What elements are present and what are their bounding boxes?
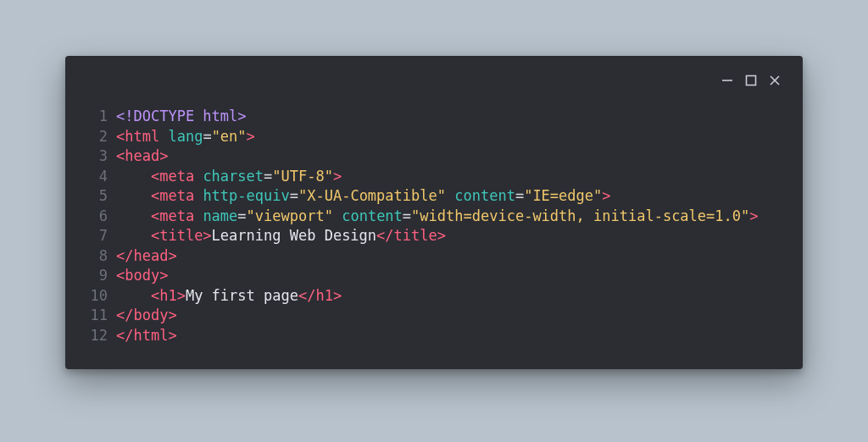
token-tag: <meta	[151, 187, 203, 204]
token-attr: lang	[168, 128, 203, 145]
token-attr: name	[203, 207, 237, 224]
token-tag	[333, 207, 342, 224]
token-attr: charset	[203, 168, 264, 185]
code-line[interactable]: 3<head>	[87, 146, 781, 167]
token-txt	[116, 207, 151, 224]
code-line-content[interactable]: </body>	[116, 306, 781, 326]
line-number: 4	[87, 167, 116, 187]
token-str: "UTF-8"	[272, 168, 333, 185]
code-line-content[interactable]: <!DOCTYPE html>	[116, 107, 781, 127]
line-number: 2	[87, 127, 116, 147]
token-txt	[116, 187, 151, 204]
token-tag: >	[247, 128, 255, 145]
token-eq: =	[264, 168, 272, 185]
line-number: 12	[87, 326, 116, 346]
code-line-content[interactable]: <head>	[116, 146, 781, 167]
token-attr: content	[342, 207, 403, 224]
token-eq: =	[237, 207, 246, 224]
token-tag: <meta	[151, 168, 203, 185]
code-line-content[interactable]: <html lang="en">	[116, 127, 781, 147]
token-tag: </h1>	[298, 287, 342, 304]
line-number: 7	[87, 226, 116, 246]
maximize-icon[interactable]	[745, 75, 757, 86]
close-icon[interactable]	[769, 75, 781, 86]
line-number: 1	[87, 107, 116, 127]
token-eq: =	[290, 187, 298, 204]
token-eq: =	[515, 187, 524, 204]
token-tag: <h1>	[151, 287, 186, 304]
line-number: 3	[87, 146, 116, 167]
token-txt	[116, 227, 151, 244]
code-line[interactable]: 1<!DOCTYPE html>	[87, 107, 781, 127]
code-line[interactable]: 7 <title>Learning Web Design</title>	[87, 226, 781, 246]
token-str: "en"	[212, 128, 247, 145]
code-line[interactable]: 2<html lang="en">	[87, 127, 781, 147]
code-line[interactable]: 10 <h1>My first page</h1>	[87, 286, 781, 307]
token-str: "viewport"	[247, 207, 333, 224]
token-tag: </head>	[116, 247, 177, 264]
code-line-content[interactable]: </html>	[116, 326, 781, 346]
token-txt: My first page	[186, 287, 298, 304]
line-number: 6	[87, 207, 116, 227]
line-number: 11	[87, 306, 116, 326]
token-tag: <head>	[116, 147, 168, 164]
minimize-icon[interactable]	[721, 75, 733, 86]
token-tag: <body>	[116, 267, 168, 284]
code-line[interactable]: 4 <meta charset="UTF-8">	[87, 167, 781, 187]
svg-rect-1	[747, 76, 756, 86]
window-controls	[87, 71, 781, 90]
token-str: "X-UA-Compatible"	[298, 187, 446, 204]
token-tag: <html	[116, 128, 168, 145]
line-number: 10	[87, 286, 116, 307]
code-editor-window: 1<!DOCTYPE html>2<html lang="en">3<head>…	[65, 56, 803, 369]
token-tag	[446, 187, 454, 204]
token-str: "IE=edge"	[524, 187, 602, 204]
code-line[interactable]: 6 <meta name="viewport" content="width=d…	[87, 207, 781, 227]
code-line-content[interactable]: <meta http-equiv="X-UA-Compatible" conte…	[116, 186, 781, 207]
token-txt	[116, 168, 151, 185]
code-area[interactable]: 1<!DOCTYPE html>2<html lang="en">3<head>…	[87, 107, 781, 345]
token-tag: </title>	[376, 227, 446, 244]
token-tag: </body>	[116, 307, 177, 323]
code-line[interactable]: 12</html>	[87, 326, 781, 346]
token-tag: >	[749, 207, 758, 224]
code-line[interactable]: 8</head>	[87, 246, 781, 267]
token-attr: content	[454, 187, 515, 204]
token-attr: http-equiv	[203, 187, 289, 204]
token-tag: >	[333, 168, 342, 185]
token-txt: Learning Web Design	[212, 227, 376, 244]
code-line-content[interactable]: <title>Learning Web Design</title>	[116, 226, 781, 246]
token-str: "width=device-width, initial-scale=1.0"	[411, 207, 749, 224]
token-txt	[116, 287, 151, 304]
code-line-content[interactable]: <h1>My first page</h1>	[116, 286, 781, 307]
code-line[interactable]: 5 <meta http-equiv="X-UA-Compatible" con…	[87, 186, 781, 207]
code-line-content[interactable]: <meta charset="UTF-8">	[116, 167, 781, 187]
code-line-content[interactable]: </head>	[116, 246, 781, 267]
code-line[interactable]: 9<body>	[87, 266, 781, 286]
code-line[interactable]: 11</body>	[87, 306, 781, 326]
token-eq: =	[403, 207, 411, 224]
code-line-content[interactable]: <meta name="viewport" content="width=dev…	[116, 207, 781, 227]
token-tag: >	[602, 187, 610, 204]
line-number: 8	[87, 246, 116, 267]
token-decl: <!DOCTYPE html>	[116, 108, 247, 124]
token-tag: <meta	[151, 207, 203, 224]
line-number: 9	[87, 266, 116, 286]
token-eq: =	[203, 128, 211, 145]
code-line-content[interactable]: <body>	[116, 266, 781, 286]
token-tag: </html>	[116, 327, 177, 344]
token-tag: <title>	[151, 227, 212, 244]
line-number: 5	[87, 186, 116, 207]
